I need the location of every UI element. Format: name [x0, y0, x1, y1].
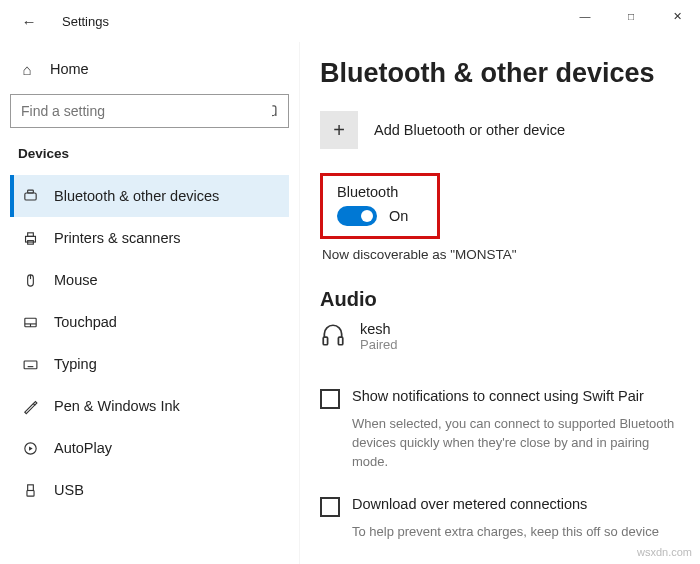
- svg-rect-1: [28, 190, 34, 193]
- metered-checkbox[interactable]: [320, 497, 340, 517]
- sidebar-item-usb[interactable]: USB: [10, 469, 289, 511]
- search-icon: ⱹ: [272, 103, 278, 119]
- sidebar-item-autoplay[interactable]: AutoPlay: [10, 427, 289, 469]
- swift-pair-checkbox[interactable]: [320, 389, 340, 409]
- sidebar-item-label: Typing: [54, 356, 97, 372]
- home-label: Home: [50, 61, 89, 77]
- svg-rect-20: [338, 337, 342, 345]
- add-device-button[interactable]: + Add Bluetooth or other device: [320, 111, 676, 149]
- audio-device-row[interactable]: kesh Paired: [320, 321, 676, 352]
- svg-rect-3: [28, 232, 34, 236]
- swift-pair-description: When selected, you can connect to suppor…: [352, 415, 676, 472]
- bluetooth-toggle[interactable]: [337, 206, 377, 226]
- plus-icon: +: [320, 111, 358, 149]
- page-title: Bluetooth & other devices: [320, 58, 676, 89]
- category-header: Devices: [10, 146, 289, 175]
- svg-rect-17: [28, 484, 34, 490]
- add-device-label: Add Bluetooth or other device: [374, 122, 565, 138]
- minimize-button[interactable]: —: [562, 0, 608, 32]
- svg-rect-18: [27, 490, 34, 496]
- keyboard-icon: [22, 356, 40, 373]
- window-title: Settings: [62, 14, 109, 29]
- bluetooth-toggle-section: Bluetooth On: [320, 173, 440, 239]
- sidebar-item-touchpad[interactable]: Touchpad: [10, 301, 289, 343]
- bluetooth-heading: Bluetooth: [337, 184, 423, 200]
- discoverable-text: Now discoverable as "MONSTA": [322, 247, 676, 262]
- swift-pair-checkbox-row[interactable]: Show notifications to connect using Swif…: [320, 388, 676, 409]
- sidebar-item-printers[interactable]: Printers & scanners: [10, 217, 289, 259]
- sidebar-item-pen[interactable]: Pen & Windows Ink: [10, 385, 289, 427]
- device-name: kesh: [360, 321, 398, 337]
- usb-icon: [22, 482, 40, 499]
- bluetooth-state: On: [389, 208, 408, 224]
- svg-rect-0: [25, 192, 36, 199]
- headphones-icon: [320, 322, 346, 352]
- audio-section-title: Audio: [320, 288, 676, 311]
- bluetooth-icon: [22, 188, 40, 205]
- svg-marker-16: [29, 446, 33, 450]
- home-icon: ⌂: [18, 61, 36, 78]
- sidebar-item-label: Touchpad: [54, 314, 117, 330]
- sidebar-item-bluetooth[interactable]: Bluetooth & other devices: [10, 175, 289, 217]
- search-field[interactable]: [21, 103, 272, 119]
- metered-description: To help prevent extra charges, keep this…: [352, 523, 676, 542]
- watermark: wsxdn.com: [637, 546, 692, 558]
- device-status: Paired: [360, 337, 398, 352]
- back-button[interactable]: ←: [18, 13, 40, 30]
- sidebar-item-typing[interactable]: Typing: [10, 343, 289, 385]
- svg-rect-10: [24, 360, 37, 368]
- home-nav[interactable]: ⌂ Home: [10, 50, 289, 88]
- sidebar-item-label: Pen & Windows Ink: [54, 398, 180, 414]
- pen-icon: [22, 398, 40, 415]
- svg-rect-19: [323, 337, 327, 345]
- metered-label: Download over metered connections: [352, 496, 587, 512]
- metered-checkbox-row[interactable]: Download over metered connections: [320, 496, 676, 517]
- sidebar-item-label: Mouse: [54, 272, 98, 288]
- swift-pair-label: Show notifications to connect using Swif…: [352, 388, 644, 404]
- autoplay-icon: [22, 440, 40, 457]
- sidebar-item-label: Printers & scanners: [54, 230, 181, 246]
- sidebar-item-label: USB: [54, 482, 84, 498]
- close-button[interactable]: ✕: [654, 0, 700, 32]
- sidebar-item-label: Bluetooth & other devices: [54, 188, 219, 204]
- touchpad-icon: [22, 314, 40, 331]
- mouse-icon: [22, 272, 40, 289]
- maximize-button[interactable]: □: [608, 0, 654, 32]
- search-input[interactable]: ⱹ: [10, 94, 289, 128]
- sidebar-item-mouse[interactable]: Mouse: [10, 259, 289, 301]
- sidebar-item-label: AutoPlay: [54, 440, 112, 456]
- printer-icon: [22, 230, 40, 247]
